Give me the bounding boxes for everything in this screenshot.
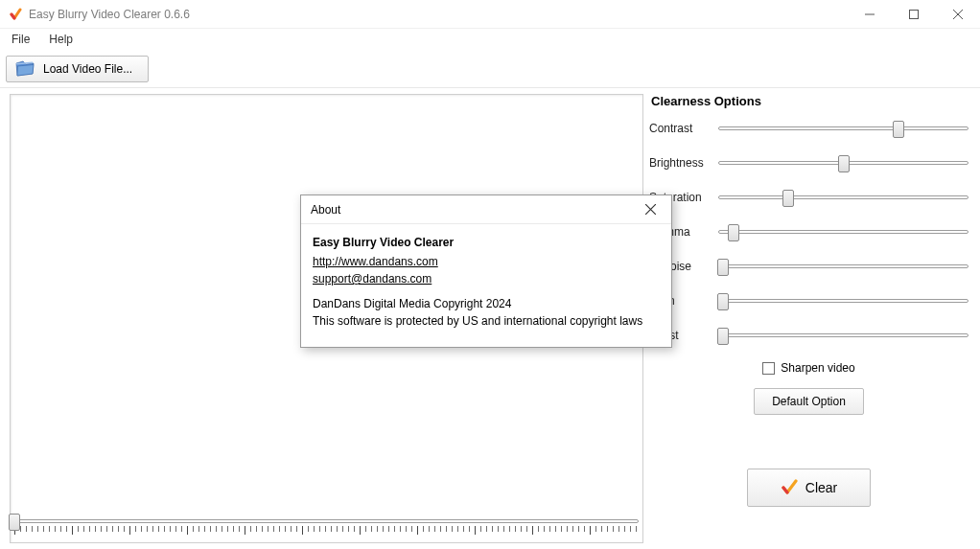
about-dialog-titlebar: About — [301, 195, 671, 224]
toolbar: Load Video File... — [0, 50, 980, 88]
slider-denoise[interactable] — [718, 258, 968, 275]
about-dialog-title: About — [311, 203, 629, 217]
clear-button[interactable]: Clear — [747, 469, 871, 507]
window-title: Easy Blurry Video Clearer 0.6.6 — [29, 8, 848, 21]
slider-label: Contrast — [649, 122, 718, 135]
slider-thumb[interactable] — [838, 155, 850, 172]
options-title: Clearness Options — [651, 94, 968, 108]
titlebar: Easy Blurry Video Clearer 0.6.6 — [0, 0, 980, 29]
slider-thumb[interactable] — [893, 121, 904, 138]
slider-align[interactable] — [718, 292, 968, 309]
about-close-button[interactable] — [629, 195, 671, 223]
about-website-link[interactable]: http://www.dandans.com — [313, 253, 438, 270]
slider-thumb[interactable] — [728, 224, 739, 241]
slider-row: Denoise — [649, 258, 968, 275]
load-video-label: Load Video File... — [43, 62, 132, 76]
about-heading: Easy Blurry Video Clearer — [313, 234, 660, 251]
slider-thumb[interactable] — [717, 293, 729, 310]
window-controls — [848, 0, 980, 28]
timeline-slider[interactable] — [14, 514, 639, 537]
slider-row: Saturation — [649, 189, 968, 206]
sharpen-checkbox[interactable] — [762, 362, 775, 375]
folder-video-icon — [14, 58, 35, 80]
default-option-button[interactable]: Default Option — [754, 388, 864, 415]
options-panel: Clearness Options ContrastBrightnessSatu… — [649, 88, 980, 549]
about-dialog-body: Easy Blurry Video Clearer http://www.dan… — [301, 224, 671, 339]
slider-row: Align — [649, 292, 968, 309]
slider-label: Brightness — [649, 156, 718, 170]
check-icon — [781, 479, 798, 496]
slider-thumb[interactable] — [782, 190, 794, 207]
about-dialog: About Easy Blurry Video Clearer http://w… — [300, 194, 672, 348]
timeline-thumb[interactable] — [9, 514, 20, 531]
sharpen-row: Sharpen video — [649, 361, 968, 375]
slider-contrast[interactable] — [718, 120, 968, 137]
slider-row: Gamma — [649, 223, 968, 240]
slider-brightness[interactable] — [718, 154, 968, 172]
slider-boost[interactable] — [718, 327, 968, 344]
about-legal: This software is protected by US and int… — [313, 312, 660, 330]
clear-button-label: Clear — [805, 480, 837, 495]
menu-help[interactable]: Help — [39, 29, 82, 50]
maximize-button[interactable] — [892, 0, 936, 28]
slider-row: Boost — [649, 327, 968, 344]
slider-saturation[interactable] — [718, 189, 968, 206]
app-icon — [8, 7, 23, 22]
slider-thumb[interactable] — [717, 259, 729, 276]
load-video-button[interactable]: Load Video File... — [6, 56, 149, 82]
svg-rect-0 — [910, 10, 919, 18]
minimize-button[interactable] — [848, 0, 892, 28]
about-copyright: DanDans Digital Media Copyright 2024 — [313, 295, 660, 312]
close-button[interactable] — [936, 0, 980, 28]
menubar: File Help — [0, 29, 980, 50]
about-email-link[interactable]: support@dandans.com — [313, 270, 432, 287]
menu-file[interactable]: File — [2, 29, 39, 50]
slider-row: Brightness — [649, 154, 968, 172]
slider-gamma[interactable] — [718, 223, 968, 240]
slider-thumb[interactable] — [717, 328, 729, 345]
sharpen-label: Sharpen video — [781, 361, 854, 375]
slider-row: Contrast — [649, 120, 968, 137]
